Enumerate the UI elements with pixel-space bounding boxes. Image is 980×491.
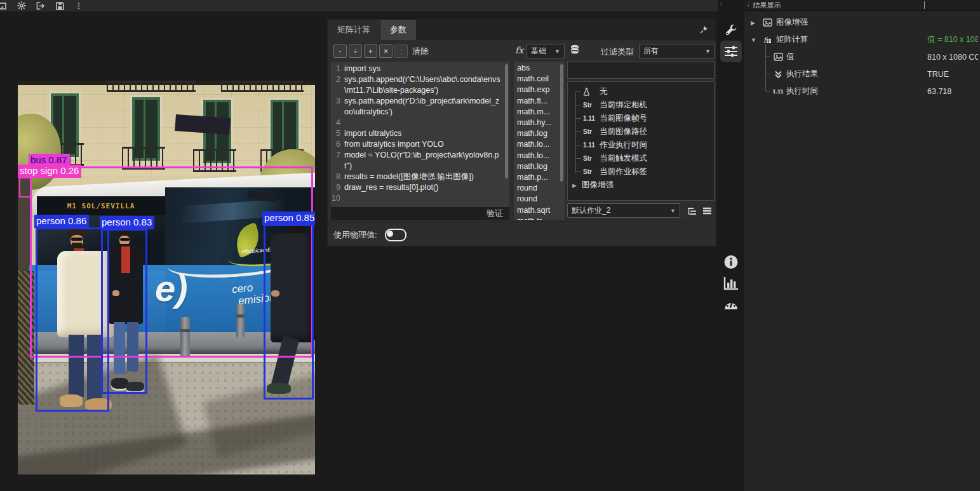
chevron-down-icon: ▼ — [705, 48, 711, 55]
code-scrollbar[interactable] — [505, 64, 508, 178]
variable-label: 当前绑定相机 — [600, 100, 647, 111]
variable-label: 图像增强 — [582, 180, 614, 191]
code-line-text — [344, 193, 502, 204]
variable-item-当前绑定相机[interactable]: Str当前绑定相机 — [568, 98, 714, 112]
function-list-scrollbar[interactable] — [560, 64, 563, 182]
result-row-图像增强[interactable]: ▶图像增强 — [744, 14, 980, 31]
flask-icon — [583, 88, 600, 96]
variable-item-当前图像路径[interactable]: Str当前图像路径 — [568, 125, 714, 138]
wrench-icon[interactable] — [724, 23, 738, 39]
variable-item-当前触发模式[interactable]: Str当前触发模式 — [568, 152, 714, 165]
code-line-text: draw_res = results[0].plot() — [344, 182, 502, 193]
variable-item-图像增强[interactable]: ▶图像增强 — [568, 178, 714, 192]
filter-type-select[interactable]: 所有▼ — [639, 44, 715, 58]
physical-value-toggle[interactable] — [385, 229, 406, 241]
app-icon[interactable] — [0, 1, 7, 10]
function-category-select[interactable]: 基础▼ — [527, 44, 565, 58]
sliders-icon[interactable] — [724, 45, 738, 60]
function-item[interactable]: math.lo... — [517, 151, 565, 161]
code-line-text — [344, 118, 502, 128]
result-label: 执行时间 — [786, 86, 818, 97]
results-panel: ⁞ 结果展示 ▶图像增强▼f矩阵计算值 = 810 x 108值810 x 10… — [744, 0, 980, 491]
settings-gear-icon[interactable] — [17, 1, 26, 10]
op-button-4[interactable]: : — [394, 44, 408, 58]
code-line-text: results = model([图像增强.输出图像]) — [344, 172, 502, 182]
result-icon-image — [762, 18, 773, 28]
code-editor[interactable]: 1import sys2sys.path.append(r'C:\Users\a… — [331, 62, 509, 207]
code-line-text: from ultralytics import YOLO — [344, 139, 502, 150]
operator-buttons: -÷+×: — [333, 44, 408, 58]
function-item[interactable]: math.sqrt — [517, 205, 565, 216]
gauge-icon[interactable] — [723, 298, 739, 313]
op-button-2[interactable]: + — [364, 44, 377, 58]
number-type-icon: 1.11 — [583, 142, 600, 149]
variable-item-无[interactable]: 无 — [568, 85, 714, 98]
function-item[interactable]: math.fl... — [517, 96, 565, 107]
function-item[interactable]: math.log — [517, 161, 565, 172]
bar-chart-icon[interactable] — [723, 276, 739, 293]
tree-branch — [575, 91, 581, 92]
result-value: 810 x 1080 CO — [927, 53, 978, 62]
string-type-icon: Str — [583, 155, 600, 162]
chevron-expanded-icon[interactable]: ▼ — [751, 37, 756, 43]
code-line-text: import sys — [344, 64, 502, 74]
result-label: 图像增强 — [776, 17, 808, 28]
tree-view-button[interactable] — [685, 205, 698, 217]
detection-label-person-3: person 0.85 — [262, 212, 315, 225]
function-item[interactable]: abs — [517, 63, 565, 74]
variable-item-作业执行时间[interactable]: 1.11作业执行时间 — [568, 138, 714, 152]
tree-branch — [765, 91, 770, 91]
validate-button[interactable]: 验证 — [487, 208, 503, 218]
pin-icon[interactable] — [699, 25, 709, 35]
result-value: 值 = 810 x 108 — [927, 34, 978, 45]
clear-button[interactable]: 清除 — [412, 46, 429, 57]
result-label: 矩阵计算 — [776, 34, 808, 45]
code-line-text: import ultralytics — [344, 128, 502, 139]
code-line-number: 5 — [331, 128, 340, 139]
result-row-执行结果[interactable]: 执行结果TRUE — [744, 65, 980, 83]
result-row-执行时间[interactable]: 1.11执行时间63.718 — [744, 83, 980, 100]
export-icon[interactable] — [36, 1, 45, 10]
more-kebab-icon[interactable]: ⋮ — [74, 1, 83, 10]
function-item[interactable]: math.exp — [517, 84, 565, 95]
code-line: 4 — [331, 118, 509, 128]
function-item[interactable]: math.log — [517, 128, 565, 139]
info-icon[interactable] — [724, 255, 739, 272]
variable-item-当前作业标签[interactable]: Str当前作业标签 — [568, 165, 714, 178]
code-line-number: 2 — [331, 74, 340, 96]
function-item[interactable]: round — [517, 183, 565, 194]
tree-branch — [575, 172, 581, 172]
chevron-collapsed-icon[interactable]: ▶ — [751, 20, 755, 26]
function-item[interactable]: round — [517, 194, 565, 205]
save-icon[interactable] — [55, 1, 64, 10]
chevron-down-icon: ▼ — [670, 208, 676, 214]
code-line: 6from ultralytics import YOLO — [331, 139, 509, 150]
menu-list-button[interactable] — [701, 205, 713, 217]
function-item[interactable]: math.ceil — [517, 74, 565, 84]
chevron-right-icon: ▶ — [572, 182, 577, 189]
function-item[interactable]: math.m... — [517, 107, 565, 118]
code-line: 9draw_res = results[0].plot() — [331, 182, 509, 193]
chevron-down-icon: ▼ — [554, 48, 560, 55]
result-row-矩阵计算[interactable]: ▼f矩阵计算值 = 810 x 108 — [744, 31, 980, 48]
result-row-值[interactable]: 值810 x 1080 CO — [744, 48, 980, 65]
physical-value-label: 使用物理值: — [333, 229, 377, 241]
function-item[interactable]: math.lo... — [517, 139, 565, 150]
op-button-0[interactable]: - — [333, 44, 347, 58]
database-icon[interactable] — [570, 44, 581, 57]
variable-label: 当前作业标签 — [600, 166, 647, 177]
variable-search-input[interactable] — [568, 62, 714, 78]
tree-branch — [575, 105, 581, 105]
op-button-1[interactable]: ÷ — [349, 44, 362, 58]
variable-item-当前图像帧号[interactable]: 1.11当前图像帧号 — [568, 112, 714, 125]
string-type-icon: Str — [583, 168, 600, 175]
detection-box-person-1 — [36, 227, 109, 412]
function-item[interactable]: math.hy... — [517, 118, 565, 128]
function-item[interactable]: math.tr — [517, 216, 565, 220]
op-button-3[interactable]: × — [379, 44, 393, 58]
job-select[interactable]: 默认作业_2▼ — [567, 203, 680, 218]
tab-params[interactable]: 参数 — [380, 20, 416, 40]
tab-matrix-calc[interactable]: 矩阵计算 — [328, 20, 380, 40]
function-item[interactable]: math.p... — [517, 172, 565, 183]
variable-label: 当前图像帧号 — [600, 113, 647, 124]
